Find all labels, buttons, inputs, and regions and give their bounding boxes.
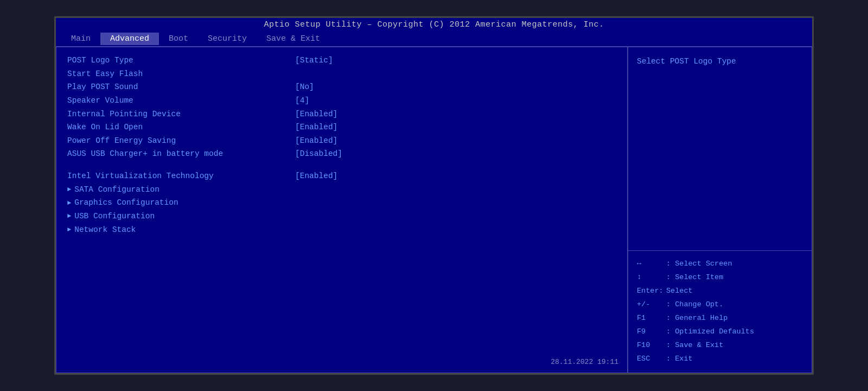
label-start-easy-flash: Start Easy Flash <box>67 67 295 81</box>
row-start-easy-flash[interactable]: Start Easy Flash <box>67 67 616 81</box>
key-arrows-lr: ↔ <box>637 257 664 271</box>
arrow-network: ► <box>67 224 71 235</box>
key-row-f10: F10 : Save & Exit <box>637 339 803 352</box>
key-f9: F9 <box>637 325 664 339</box>
main-panel: POST Logo Type [Static] Start Easy Flash… <box>56 47 628 373</box>
right-panel: Select POST Logo Type ↔ : Select Screen … <box>628 47 812 373</box>
value-asus-usb-charger: [Disabled] <box>295 147 342 161</box>
key-row-enter: Enter: Select <box>637 285 803 298</box>
key-desc-f10: : Save & Exit <box>666 339 723 352</box>
value-internal-pointing: [Enabled] <box>295 108 337 121</box>
menu-item-save-exit[interactable]: Save & Exit <box>257 33 330 45</box>
value-wake-on-lid: [Enabled] <box>295 121 337 134</box>
label-graphics-config: ► Graphics Configuration <box>67 196 295 210</box>
key-desc-esc: : Exit <box>666 352 693 366</box>
label-sata-config: ► SATA Configuration <box>67 183 295 197</box>
key-desc-f1: : General Help <box>666 312 727 325</box>
datetime: 28.11.2022 19:11 <box>551 356 618 368</box>
content-area: POST Logo Type [Static] Start Easy Flash… <box>56 47 812 373</box>
value-power-off-energy: [Enabled] <box>295 134 337 148</box>
row-power-off-energy[interactable]: Power Off Energy Saving [Enabled] <box>67 134 616 148</box>
value-post-logo-type: [Static] <box>295 54 333 67</box>
key-row-f1: F1 : General Help <box>637 312 803 325</box>
key-row-f9: F9 : Optimized Defaults <box>637 325 803 339</box>
key-arrows-ud: ↕ <box>637 271 664 285</box>
key-f10: F10 <box>637 339 664 352</box>
menu-item-advanced[interactable]: Advanced <box>100 33 159 45</box>
row-speaker-volume[interactable]: Speaker Volume [4] <box>67 94 616 108</box>
help-section: Select POST Logo Type <box>628 47 812 250</box>
value-intel-virt: [Enabled] <box>295 169 337 183</box>
row-internal-pointing[interactable]: Internal Pointing Device [Enabled] <box>67 108 616 121</box>
key-f1: F1 <box>637 312 664 325</box>
row-network-stack[interactable]: ► Network Stack <box>67 223 616 237</box>
title-text: Aptio Setup Utility – Copyright (C) 2012… <box>264 20 604 29</box>
help-title: Select POST Logo Type <box>637 55 803 68</box>
label-wake-on-lid: Wake On Lid Open <box>67 121 295 134</box>
label-intel-virt: Intel Virtualization Technology <box>67 169 295 183</box>
key-row-select-screen: ↔ : Select Screen <box>637 257 803 271</box>
row-play-post-sound[interactable]: Play POST Sound [No] <box>67 80 616 94</box>
label-power-off-energy: Power Off Energy Saving <box>67 134 295 148</box>
label-network-stack: ► Network Stack <box>67 223 295 237</box>
row-sata-config[interactable]: ► SATA Configuration <box>67 183 616 197</box>
bios-screen: Aptio Setup Utility – Copyright (C) 2012… <box>54 16 814 375</box>
key-desc-select-screen: : Select Screen <box>666 257 732 271</box>
value-play-post-sound: [No] <box>295 80 314 94</box>
key-plus-minus: +/- <box>637 298 664 312</box>
arrow-usb: ► <box>67 211 71 222</box>
key-desc-f9: : Optimized Defaults <box>666 325 754 339</box>
label-post-logo-type: POST Logo Type <box>67 54 295 67</box>
arrow-sata: ► <box>67 184 71 195</box>
menu-item-security[interactable]: Security <box>198 33 257 45</box>
key-row-select-item: ↕ : Select Item <box>637 271 803 285</box>
key-desc-change-opt: : Change Opt. <box>666 298 723 312</box>
label-asus-usb-charger: ASUS USB Charger+ in battery mode <box>67 147 295 161</box>
arrow-graphics: ► <box>67 198 71 209</box>
row-graphics-config[interactable]: ► Graphics Configuration <box>67 196 616 210</box>
row-post-logo-type[interactable]: POST Logo Type [Static] <box>67 54 616 67</box>
key-help-section: ↔ : Select Screen ↕ : Select Item Enter:… <box>628 250 812 373</box>
menu-item-main[interactable]: Main <box>61 33 100 45</box>
key-enter: Enter: <box>637 285 664 298</box>
value-speaker-volume: [4] <box>295 94 309 108</box>
row-intel-virt[interactable]: Intel Virtualization Technology [Enabled… <box>67 169 616 183</box>
menu-item-boot[interactable]: Boot <box>159 33 198 45</box>
row-usb-config[interactable]: ► USB Configuration <box>67 210 616 223</box>
label-usb-config: ► USB Configuration <box>67 210 295 223</box>
key-row-esc: ESC : Exit <box>637 352 803 366</box>
label-internal-pointing: Internal Pointing Device <box>67 108 295 121</box>
row-asus-usb-charger[interactable]: ASUS USB Charger+ in battery mode [Disab… <box>67 147 616 161</box>
key-esc: ESC <box>637 352 664 366</box>
key-desc-select-item: : Select Item <box>666 271 723 285</box>
title-bar: Aptio Setup Utility – Copyright (C) 2012… <box>56 18 812 31</box>
key-row-change-opt: +/- : Change Opt. <box>637 298 803 312</box>
key-desc-enter: Select <box>666 285 693 298</box>
label-speaker-volume: Speaker Volume <box>67 94 295 108</box>
label-play-post-sound: Play POST Sound <box>67 80 295 94</box>
menu-bar: Main Advanced Boot Security Save & Exit <box>56 31 812 47</box>
row-wake-on-lid[interactable]: Wake On Lid Open [Enabled] <box>67 121 616 134</box>
